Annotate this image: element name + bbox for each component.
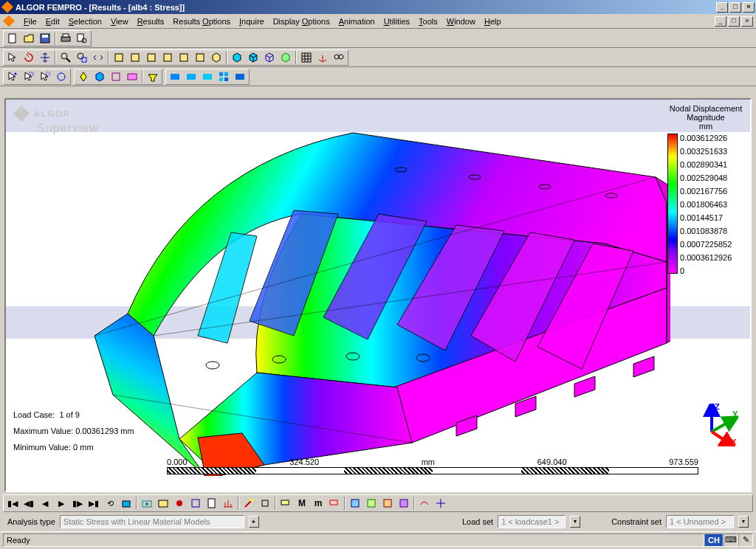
menu-results-options[interactable]: Results Options bbox=[168, 15, 235, 27]
sect2-button[interactable] bbox=[363, 496, 379, 511]
perspective-button[interactable] bbox=[278, 50, 294, 65]
menu-inquire[interactable]: Inquire bbox=[235, 15, 269, 27]
menu-tools[interactable]: Tools bbox=[414, 15, 442, 27]
restore-button[interactable]: □ bbox=[729, 2, 741, 13]
analysis-dropdown-button[interactable]: ▸ bbox=[249, 516, 259, 528]
pan-button[interactable] bbox=[37, 50, 53, 65]
load-set-dropdown-button[interactable]: ▾ bbox=[570, 516, 580, 528]
ime-indicator[interactable]: CH bbox=[704, 534, 724, 547]
sel-point-button[interactable] bbox=[4, 69, 21, 84]
sect4-button[interactable] bbox=[396, 496, 412, 511]
capture-button[interactable] bbox=[139, 496, 155, 511]
find-button[interactable] bbox=[331, 50, 347, 65]
menu-help[interactable]: Help bbox=[480, 15, 506, 27]
view-iso-button[interactable] bbox=[208, 50, 224, 65]
filter-clear-button[interactable] bbox=[145, 69, 161, 84]
view-front-button[interactable] bbox=[111, 50, 127, 65]
min-label-button[interactable]: m bbox=[310, 496, 326, 511]
max-label-button[interactable]: M bbox=[294, 496, 310, 511]
sect1-button[interactable] bbox=[347, 496, 363, 511]
tray-icon-1[interactable]: ⌨ bbox=[724, 534, 738, 547]
wireframe-button[interactable] bbox=[261, 50, 278, 65]
sect3-button[interactable] bbox=[379, 496, 396, 511]
menu-view[interactable]: View bbox=[106, 15, 133, 27]
anim-loop-button[interactable]: ⟲ bbox=[102, 496, 118, 511]
mdi-restore-button[interactable]: □ bbox=[728, 16, 740, 27]
display5-button[interactable] bbox=[232, 69, 248, 84]
anim-last-button[interactable]: ▶▮ bbox=[86, 496, 102, 511]
anim-prev-button[interactable]: ◀▮ bbox=[21, 496, 37, 511]
sel-poly-button[interactable] bbox=[53, 69, 69, 84]
menu-edit[interactable]: Edit bbox=[41, 15, 64, 27]
mdi-minimize-button[interactable]: _ bbox=[715, 16, 726, 27]
print-button[interactable] bbox=[58, 31, 74, 46]
axes-button[interactable] bbox=[315, 50, 331, 65]
open-button[interactable] bbox=[21, 31, 37, 46]
sel-circle-button[interactable] bbox=[37, 69, 53, 84]
anim-playrev-button[interactable]: ◀ bbox=[37, 496, 53, 511]
filter-part-button[interactable] bbox=[124, 69, 140, 84]
menu-window[interactable]: Window bbox=[442, 15, 480, 27]
legend-value: 0.002890341 bbox=[680, 160, 744, 169]
sel-rect-button[interactable] bbox=[21, 69, 37, 84]
grid-button[interactable] bbox=[298, 50, 315, 65]
anim-settings-button[interactable] bbox=[118, 496, 134, 511]
display3-button[interactable] bbox=[199, 69, 216, 84]
anim-first-button[interactable]: ▮◀ bbox=[4, 496, 21, 511]
filter-face-button[interactable] bbox=[92, 69, 108, 84]
view-right-button[interactable] bbox=[159, 50, 176, 65]
display2-button[interactable] bbox=[183, 69, 199, 84]
view-top-button[interactable] bbox=[176, 50, 192, 65]
svg-rect-29 bbox=[219, 72, 223, 76]
probe2-button[interactable] bbox=[257, 496, 273, 511]
print-preview-button[interactable] bbox=[74, 31, 90, 46]
view-back-button[interactable] bbox=[127, 50, 143, 65]
mesh-shade-button[interactable] bbox=[245, 50, 261, 65]
menu-results[interactable]: Results bbox=[133, 15, 169, 27]
probe-button[interactable] bbox=[241, 496, 257, 511]
display1-button[interactable] bbox=[167, 69, 183, 84]
filter-node-button[interactable] bbox=[75, 69, 92, 84]
anim-next-button[interactable]: ▮▶ bbox=[69, 496, 86, 511]
menu-selection[interactable]: Selection bbox=[64, 15, 106, 27]
menu-utilities[interactable]: Utilities bbox=[379, 15, 414, 27]
zoom-window-button[interactable] bbox=[74, 50, 90, 65]
label-button[interactable] bbox=[278, 496, 294, 511]
scale-button[interactable] bbox=[433, 496, 449, 511]
new-button[interactable] bbox=[4, 31, 21, 46]
analysis-type-field[interactable]: Static Stress with Linear Material Model… bbox=[60, 515, 244, 528]
deform-button[interactable] bbox=[416, 496, 433, 511]
rotate-button[interactable] bbox=[21, 50, 37, 65]
zoom-button[interactable] bbox=[58, 50, 74, 65]
minimize-button[interactable]: _ bbox=[716, 2, 728, 13]
constraint-set-dropdown-button[interactable]: ▾ bbox=[738, 516, 749, 528]
shade-button[interactable] bbox=[229, 50, 245, 65]
display4-button[interactable] bbox=[216, 69, 232, 84]
view-left-button[interactable] bbox=[143, 50, 159, 65]
load-set-field[interactable]: 1 < loadcase1 > bbox=[498, 515, 566, 528]
export-button[interactable] bbox=[188, 496, 204, 511]
svg-line-44 bbox=[712, 432, 729, 443]
anim-play-button[interactable]: ▶ bbox=[53, 496, 69, 511]
zoom-fit-button[interactable] bbox=[90, 50, 106, 65]
view-bottom-button[interactable] bbox=[192, 50, 208, 65]
tray-icon-2[interactable]: ✎ bbox=[738, 534, 753, 547]
select-button[interactable] bbox=[4, 50, 21, 65]
filter-element-button[interactable] bbox=[108, 69, 124, 84]
constraint-set-label: Constraint set bbox=[611, 517, 662, 526]
mdi-close-button[interactable]: × bbox=[741, 16, 753, 27]
menu-file[interactable]: File bbox=[19, 15, 41, 27]
svg-rect-24 bbox=[112, 73, 120, 80]
clear-labels-button[interactable] bbox=[326, 496, 343, 511]
close-button[interactable]: × bbox=[743, 2, 755, 13]
snapshot-button[interactable] bbox=[155, 496, 171, 511]
record-button[interactable] bbox=[171, 496, 188, 511]
viewport[interactable]: ALGOR Superview bbox=[4, 98, 752, 492]
legend-subtitle: Magnitude bbox=[667, 113, 744, 122]
save-button[interactable] bbox=[37, 31, 53, 46]
report-button[interactable] bbox=[204, 496, 220, 511]
menu-display-options[interactable]: Display Options bbox=[269, 15, 334, 27]
constraint-set-field[interactable]: 1 < Unnamed > bbox=[666, 515, 734, 528]
chart-button[interactable] bbox=[220, 496, 236, 511]
menu-animation[interactable]: Animation bbox=[334, 15, 379, 27]
